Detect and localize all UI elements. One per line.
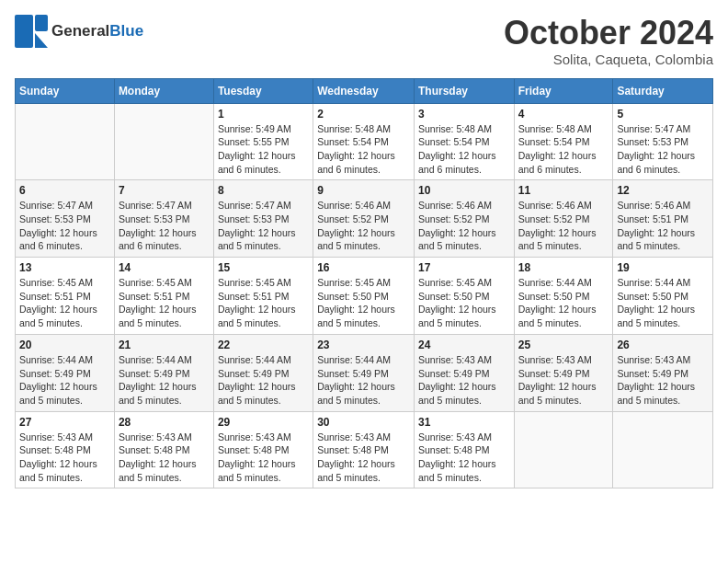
cell-info: Sunrise: 5:46 AM Sunset: 5:52 PM Dayligh… (418, 199, 510, 253)
calendar-cell: 24Sunrise: 5:43 AM Sunset: 5:49 PM Dayli… (414, 334, 514, 411)
col-header-wednesday: Wednesday (313, 78, 415, 103)
calendar-cell: 18Sunrise: 5:44 AM Sunset: 5:50 PM Dayli… (514, 258, 613, 335)
cell-info: Sunrise: 5:46 AM Sunset: 5:52 PM Dayligh… (518, 199, 609, 253)
calendar-cell: 30Sunrise: 5:43 AM Sunset: 5:48 PM Dayli… (313, 411, 415, 488)
calendar-cell: 9Sunrise: 5:46 AM Sunset: 5:52 PM Daylig… (313, 180, 415, 258)
day-number: 16 (317, 261, 410, 274)
cell-info: Sunrise: 5:45 AM Sunset: 5:51 PM Dayligh… (218, 276, 309, 330)
calendar-cell: 26Sunrise: 5:43 AM Sunset: 5:49 PM Dayli… (613, 334, 713, 411)
cell-info: Sunrise: 5:44 AM Sunset: 5:49 PM Dayligh… (19, 353, 110, 408)
cell-info: Sunrise: 5:48 AM Sunset: 5:54 PM Dayligh… (317, 122, 410, 177)
day-number: 1 (218, 108, 309, 121)
cell-info: Sunrise: 5:47 AM Sunset: 5:53 PM Dayligh… (617, 122, 709, 177)
day-number: 6 (19, 184, 110, 197)
calendar-cell: 5Sunrise: 5:47 AM Sunset: 5:53 PM Daylig… (613, 103, 713, 180)
calendar-cell: 3Sunrise: 5:48 AM Sunset: 5:54 PM Daylig… (414, 103, 514, 180)
cell-info: Sunrise: 5:45 AM Sunset: 5:50 PM Dayligh… (317, 276, 410, 330)
calendar-cell: 8Sunrise: 5:47 AM Sunset: 5:53 PM Daylig… (213, 180, 313, 258)
cell-info: Sunrise: 5:44 AM Sunset: 5:50 PM Dayligh… (617, 276, 709, 330)
day-number: 13 (19, 261, 110, 274)
calendar-cell: 28Sunrise: 5:43 AM Sunset: 5:48 PM Dayli… (114, 411, 213, 488)
week-row-4: 20Sunrise: 5:44 AM Sunset: 5:49 PM Dayli… (16, 334, 713, 411)
calendar-cell (514, 411, 613, 488)
week-row-3: 13Sunrise: 5:45 AM Sunset: 5:51 PM Dayli… (16, 258, 713, 335)
cell-info: Sunrise: 5:48 AM Sunset: 5:54 PM Dayligh… (418, 122, 510, 177)
logo-icon (15, 15, 48, 48)
day-number: 26 (617, 339, 709, 351)
day-number: 21 (119, 339, 210, 351)
week-row-1: 1Sunrise: 5:49 AM Sunset: 5:55 PM Daylig… (16, 103, 713, 180)
calendar-body: 1Sunrise: 5:49 AM Sunset: 5:55 PM Daylig… (16, 103, 713, 488)
calendar-cell: 1Sunrise: 5:49 AM Sunset: 5:55 PM Daylig… (213, 103, 313, 180)
day-number: 25 (518, 339, 609, 351)
col-header-thursday: Thursday (414, 78, 514, 103)
day-number: 23 (317, 339, 410, 351)
calendar-cell: 23Sunrise: 5:44 AM Sunset: 5:49 PM Dayli… (313, 334, 415, 411)
calendar-cell (613, 411, 713, 488)
calendar-cell: 17Sunrise: 5:45 AM Sunset: 5:50 PM Dayli… (414, 258, 514, 335)
calendar-cell: 21Sunrise: 5:44 AM Sunset: 5:49 PM Dayli… (114, 334, 213, 411)
calendar-cell: 20Sunrise: 5:44 AM Sunset: 5:49 PM Dayli… (16, 334, 115, 411)
cell-info: Sunrise: 5:45 AM Sunset: 5:51 PM Dayligh… (119, 276, 210, 330)
day-number: 10 (418, 184, 510, 197)
cell-info: Sunrise: 5:47 AM Sunset: 5:53 PM Dayligh… (119, 199, 210, 253)
calendar-cell: 25Sunrise: 5:43 AM Sunset: 5:49 PM Dayli… (514, 334, 613, 411)
day-number: 11 (518, 184, 609, 197)
calendar-cell (114, 103, 213, 180)
col-header-friday: Friday (514, 78, 613, 103)
week-row-5: 27Sunrise: 5:43 AM Sunset: 5:48 PM Dayli… (16, 411, 713, 488)
day-number: 19 (617, 261, 709, 274)
calendar-cell: 2Sunrise: 5:48 AM Sunset: 5:54 PM Daylig… (313, 103, 415, 180)
day-number: 30 (317, 416, 410, 429)
cell-info: Sunrise: 5:47 AM Sunset: 5:53 PM Dayligh… (19, 199, 110, 253)
calendar-cell: 31Sunrise: 5:43 AM Sunset: 5:48 PM Dayli… (414, 411, 514, 488)
calendar-cell: 10Sunrise: 5:46 AM Sunset: 5:52 PM Dayli… (414, 180, 514, 258)
calendar-header-row: SundayMondayTuesdayWednesdayThursdayFrid… (16, 78, 713, 103)
cell-info: Sunrise: 5:44 AM Sunset: 5:50 PM Dayligh… (518, 276, 609, 330)
calendar-cell: 29Sunrise: 5:43 AM Sunset: 5:48 PM Dayli… (213, 411, 313, 488)
cell-info: Sunrise: 5:45 AM Sunset: 5:51 PM Dayligh… (19, 276, 110, 330)
cell-info: Sunrise: 5:46 AM Sunset: 5:52 PM Dayligh… (317, 199, 410, 253)
day-number: 15 (218, 261, 309, 274)
day-number: 7 (119, 184, 210, 197)
cell-info: Sunrise: 5:44 AM Sunset: 5:49 PM Dayligh… (317, 353, 410, 408)
month-title: October 2024 (504, 15, 713, 52)
cell-info: Sunrise: 5:48 AM Sunset: 5:54 PM Dayligh… (518, 122, 609, 177)
svg-rect-0 (15, 15, 33, 48)
cell-info: Sunrise: 5:43 AM Sunset: 5:49 PM Dayligh… (518, 353, 609, 408)
day-number: 24 (418, 339, 510, 351)
cell-info: Sunrise: 5:46 AM Sunset: 5:51 PM Dayligh… (617, 199, 709, 253)
cell-info: Sunrise: 5:43 AM Sunset: 5:48 PM Dayligh… (218, 431, 309, 485)
cell-info: Sunrise: 5:43 AM Sunset: 5:48 PM Dayligh… (19, 431, 110, 485)
calendar-cell: 19Sunrise: 5:44 AM Sunset: 5:50 PM Dayli… (613, 258, 713, 335)
cell-info: Sunrise: 5:49 AM Sunset: 5:55 PM Dayligh… (218, 122, 309, 177)
calendar-cell: 14Sunrise: 5:45 AM Sunset: 5:51 PM Dayli… (114, 258, 213, 335)
day-number: 9 (317, 184, 410, 197)
calendar-cell: 11Sunrise: 5:46 AM Sunset: 5:52 PM Dayli… (514, 180, 613, 258)
day-number: 17 (418, 261, 510, 274)
svg-rect-1 (35, 15, 48, 31)
calendar-cell: 7Sunrise: 5:47 AM Sunset: 5:53 PM Daylig… (114, 180, 213, 258)
cell-info: Sunrise: 5:44 AM Sunset: 5:49 PM Dayligh… (119, 353, 210, 408)
cell-info: Sunrise: 5:43 AM Sunset: 5:48 PM Dayligh… (317, 431, 410, 485)
calendar-cell (16, 103, 115, 180)
cell-info: Sunrise: 5:43 AM Sunset: 5:48 PM Dayligh… (119, 431, 210, 485)
day-number: 2 (317, 108, 410, 121)
day-number: 27 (19, 416, 110, 429)
day-number: 18 (518, 261, 609, 274)
title-block: October 2024 Solita, Caqueta, Colombia (504, 15, 713, 67)
calendar-cell: 27Sunrise: 5:43 AM Sunset: 5:48 PM Dayli… (16, 411, 115, 488)
day-number: 3 (418, 108, 510, 121)
col-header-tuesday: Tuesday (213, 78, 313, 103)
calendar-cell: 12Sunrise: 5:46 AM Sunset: 5:51 PM Dayli… (613, 180, 713, 258)
day-number: 14 (119, 261, 210, 274)
day-number: 5 (617, 108, 709, 121)
calendar-cell: 22Sunrise: 5:44 AM Sunset: 5:49 PM Dayli… (213, 334, 313, 411)
cell-info: Sunrise: 5:43 AM Sunset: 5:48 PM Dayligh… (418, 431, 510, 485)
page-header: GeneralBlue October 2024 Solita, Caqueta… (15, 15, 713, 67)
cell-info: Sunrise: 5:43 AM Sunset: 5:49 PM Dayligh… (418, 353, 510, 408)
cell-info: Sunrise: 5:47 AM Sunset: 5:53 PM Dayligh… (218, 199, 309, 253)
cell-info: Sunrise: 5:45 AM Sunset: 5:50 PM Dayligh… (418, 276, 510, 330)
logo-general: General (51, 22, 109, 40)
col-header-saturday: Saturday (613, 78, 713, 103)
